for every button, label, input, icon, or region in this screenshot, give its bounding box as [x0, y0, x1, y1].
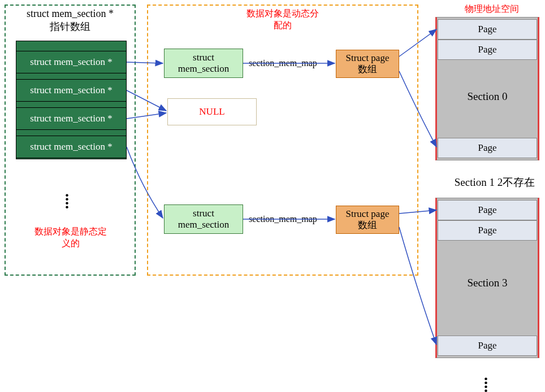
edge-label-1: section_mem_map: [249, 214, 317, 224]
page-s0-last: Page: [438, 138, 537, 158]
section0-label: Section 0: [438, 90, 537, 103]
sp1-l1: Struct page: [346, 208, 390, 220]
null-box: NULL: [167, 98, 257, 125]
vdots-left: ....: [65, 189, 69, 205]
section3-label: Section 3: [438, 277, 537, 289]
struct-page-box-1: Struct page 数组: [336, 206, 399, 234]
middle-note-l1: 数据对象是动态分: [246, 8, 319, 18]
struct-page-box-0: Struct page 数组: [336, 50, 399, 78]
ms1-l2: mem_section: [178, 219, 230, 230]
section-missing-label: Section 1 2不存在: [447, 175, 543, 190]
null-label: NULL: [199, 106, 224, 117]
sp1-l2: 数组: [358, 220, 377, 231]
page-s3-last: Page: [438, 336, 537, 356]
ptr-item-3-label: struct mem_section *: [30, 141, 112, 153]
ptr-item-3: struct mem_section *: [16, 136, 127, 158]
page-s0-1: Page: [438, 40, 537, 60]
ms0-l1: struct: [193, 52, 214, 63]
left-title-l2: 指针数组: [50, 21, 90, 32]
ptr-item-2-label: struct mem_section *: [30, 113, 112, 124]
page-s3-0: Page: [438, 200, 537, 220]
page-s0-0: Page: [438, 19, 537, 40]
left-note: 数据对象是静态定 义的: [17, 226, 124, 250]
page-s3-1-label: Page: [478, 225, 496, 236]
edge-label-0: section_mem_map: [249, 58, 317, 68]
middle-note: 数据对象是动态分 配的: [215, 8, 351, 32]
left-note-l2: 义的: [62, 238, 80, 248]
ptr-item-0-label: struct mem_section *: [30, 56, 112, 68]
page-s3-0-label: Page: [478, 204, 496, 216]
middle-container: [147, 5, 418, 276]
ms0-l2: mem_section: [178, 63, 230, 75]
ptr-item-2: struct mem_section *: [16, 107, 127, 130]
ptr-item-1-label: struct mem_section *: [30, 85, 112, 96]
sp0-l1: Struct page: [346, 53, 390, 64]
mem-section-box-1: struct mem_section: [164, 204, 243, 234]
ms1-l1: struct: [193, 208, 214, 219]
left-title: struct mem_section * 指针数组: [5, 8, 136, 33]
page-s0-0-label: Page: [478, 24, 496, 35]
sp0-l2: 数组: [358, 64, 377, 75]
page-s3-last-label: Page: [478, 340, 496, 351]
left-title-l1: struct mem_section *: [27, 8, 114, 19]
mem-section-box-0: struct mem_section: [164, 49, 243, 78]
vdots-right: ....: [484, 373, 488, 389]
phys-title: 物理地址空间: [447, 3, 537, 15]
left-note-l1: 数据对象是静态定: [34, 227, 107, 236]
page-s3-1: Page: [438, 220, 537, 241]
page-s0-last-label: Page: [478, 142, 496, 154]
ptr-item-0: struct mem_section *: [16, 51, 127, 73]
ptr-item-1: struct mem_section *: [16, 79, 127, 102]
page-s0-1-label: Page: [478, 44, 496, 55]
middle-note-l2: 配的: [274, 20, 292, 30]
